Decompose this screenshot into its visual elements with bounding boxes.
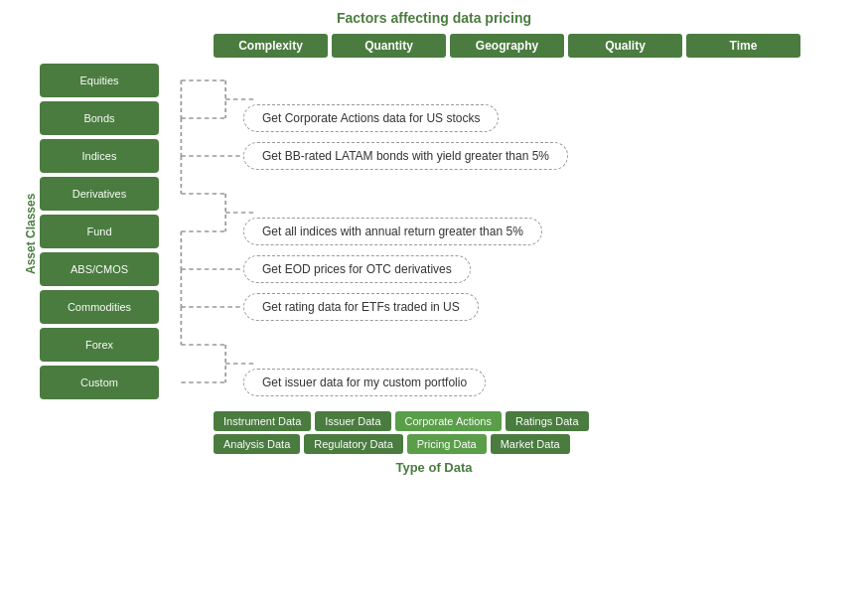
rows-container: Get Corporate Actions data for US stocks…	[243, 64, 848, 399]
row-fund: Get all indices with annual return great…	[243, 215, 848, 248]
asset-commodities[interactable]: Commodities	[40, 290, 159, 324]
asset-forex[interactable]: Forex	[40, 328, 159, 362]
factors-row: Complexity Quantity Geography Quality Ti…	[214, 34, 848, 58]
btn-pricing-data[interactable]: Pricing Data	[407, 434, 487, 454]
content-area: Asset Classes Equities Bonds Indices Der…	[20, 64, 848, 403]
asset-list: Equities Bonds Indices Derivatives Fund …	[40, 64, 159, 403]
btn-market-data[interactable]: Market Data	[491, 434, 570, 454]
asset-classes-label: Asset Classes	[20, 64, 38, 403]
factor-quantity: Quantity	[332, 34, 446, 58]
asset-fund[interactable]: Fund	[40, 215, 159, 248]
bubble-corporate-actions: Get Corporate Actions data for US stocks	[243, 104, 499, 132]
factor-complexity: Complexity	[214, 34, 328, 58]
left-section: Asset Classes Equities Bonds Indices Der…	[20, 64, 159, 403]
bubble-derivatives: Get EOD prices for OTC derivatives	[243, 255, 471, 283]
row-commodities: Get rating data for ETFs traded in US	[243, 290, 848, 324]
bubble-indices: Get all indices with annual return great…	[243, 218, 542, 245]
factor-time: Time	[686, 34, 800, 58]
btn-corporate-actions[interactable]: Corporate Actions	[395, 411, 502, 431]
main-container: Factors affecting data pricing Complexit…	[0, 0, 868, 603]
asset-derivatives[interactable]: Derivatives	[40, 177, 159, 211]
right-section: Get Corporate Actions data for US stocks…	[159, 64, 848, 403]
asset-custom[interactable]: Custom	[40, 366, 159, 399]
btn-ratings-data[interactable]: Ratings Data	[506, 411, 589, 431]
bubble-custom: Get issuer data for my custom portfolio	[243, 369, 486, 396]
row-custom: Get issuer data for my custom portfolio	[243, 366, 848, 399]
bottom-title: Type of Data	[20, 460, 848, 475]
data-type-row-2: Analysis Data Regulatory Data Pricing Da…	[214, 434, 848, 454]
bubble-bonds: Get BB-rated LATAM bonds with yield grea…	[243, 142, 568, 170]
row-derivatives	[243, 177, 848, 211]
row-abscmos: Get EOD prices for OTC derivatives	[243, 252, 848, 286]
row-equities	[243, 64, 848, 97]
btn-regulatory-data[interactable]: Regulatory Data	[304, 434, 403, 454]
data-type-row-1: Instrument Data Issuer Data Corporate Ac…	[214, 411, 848, 431]
page-title: Factors affecting data pricing	[20, 10, 848, 26]
asset-abscmos[interactable]: ABS/CMOS	[40, 252, 159, 286]
asset-equities[interactable]: Equities	[40, 64, 159, 97]
row-forex	[243, 328, 848, 362]
row-indices: Get BB-rated LATAM bonds with yield grea…	[243, 139, 848, 173]
row-bonds: Get Corporate Actions data for US stocks	[243, 101, 848, 135]
factor-geography: Geography	[450, 34, 564, 58]
btn-analysis-data[interactable]: Analysis Data	[214, 434, 300, 454]
asset-bonds[interactable]: Bonds	[40, 101, 159, 135]
btn-issuer-data[interactable]: Issuer Data	[315, 411, 390, 431]
bottom-section: Instrument Data Issuer Data Corporate Ac…	[214, 411, 848, 454]
asset-indices[interactable]: Indices	[40, 139, 159, 173]
bubble-fund: Get rating data for ETFs traded in US	[243, 293, 479, 321]
btn-instrument-data[interactable]: Instrument Data	[214, 411, 311, 431]
factor-quality: Quality	[568, 34, 682, 58]
